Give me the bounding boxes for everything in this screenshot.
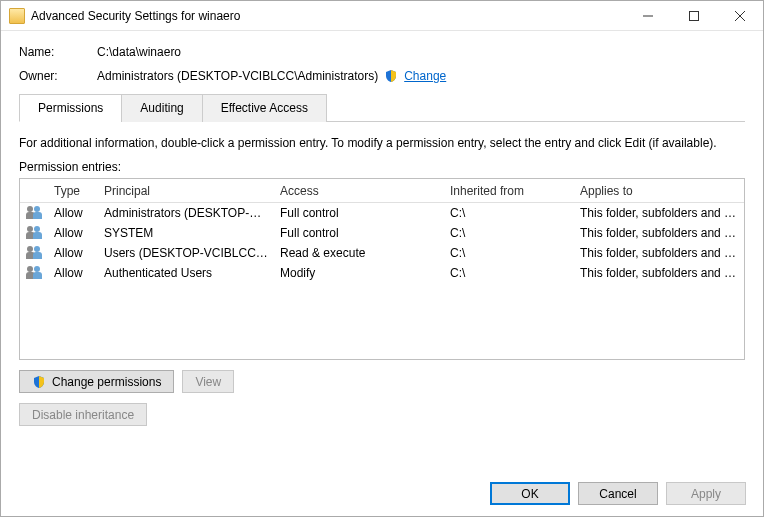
owner-label: Owner: — [19, 69, 97, 83]
table-row[interactable]: AllowAdministrators (DESKTOP-VCI...Full … — [20, 203, 744, 223]
group-icon — [26, 206, 42, 220]
cancel-button[interactable]: Cancel — [578, 482, 658, 505]
group-icon — [26, 226, 42, 240]
cell-applies: This folder, subfolders and files — [574, 206, 744, 220]
minimize-button[interactable] — [625, 1, 671, 31]
owner-row: Owner: Administrators (DESKTOP-VCIBLCC\A… — [19, 69, 745, 83]
cell-principal: Administrators (DESKTOP-VCI... — [98, 206, 274, 220]
cell-access: Read & execute — [274, 246, 444, 260]
table-row[interactable]: AllowUsers (DESKTOP-VCIBLCC\Us...Read & … — [20, 243, 744, 263]
cell-access: Full control — [274, 226, 444, 240]
change-owner-link[interactable]: Change — [404, 69, 446, 83]
col-applies[interactable]: Applies to — [574, 184, 744, 198]
change-permissions-button[interactable]: Change permissions — [19, 370, 174, 393]
name-row: Name: C:\data\winaero — [19, 45, 745, 59]
grid-header: Type Principal Access Inherited from App… — [20, 179, 744, 203]
tab-effective-access[interactable]: Effective Access — [202, 94, 327, 122]
group-icon — [26, 246, 42, 260]
cell-access: Full control — [274, 206, 444, 220]
cell-principal: Authenticated Users — [98, 266, 274, 280]
cell-applies: This folder, subfolders and files — [574, 246, 744, 260]
maximize-button[interactable] — [671, 1, 717, 31]
apply-button: Apply — [666, 482, 746, 505]
group-icon — [26, 266, 42, 280]
table-row[interactable]: AllowSYSTEMFull controlC:\This folder, s… — [20, 223, 744, 243]
cell-applies: This folder, subfolders and files — [574, 226, 744, 240]
cell-inherited: C:\ — [444, 266, 574, 280]
cell-inherited: C:\ — [444, 246, 574, 260]
name-value: C:\data\winaero — [97, 45, 181, 59]
col-inherited[interactable]: Inherited from — [444, 184, 574, 198]
cell-type: Allow — [48, 206, 98, 220]
shield-icon — [384, 69, 398, 83]
cell-type: Allow — [48, 266, 98, 280]
permissions-grid[interactable]: Type Principal Access Inherited from App… — [19, 178, 745, 360]
owner-value: Administrators (DESKTOP-VCIBLCC\Administ… — [97, 69, 378, 83]
ok-button[interactable]: OK — [490, 482, 570, 505]
folder-icon — [9, 8, 25, 24]
section-label: Permission entries: — [19, 160, 745, 174]
tabs: Permissions Auditing Effective Access — [19, 93, 745, 122]
cell-access: Modify — [274, 266, 444, 280]
svg-rect-1 — [690, 11, 699, 20]
cell-principal: Users (DESKTOP-VCIBLCC\Us... — [98, 246, 274, 260]
change-permissions-label: Change permissions — [52, 375, 161, 389]
tab-auditing[interactable]: Auditing — [121, 94, 202, 122]
cell-type: Allow — [48, 226, 98, 240]
cell-inherited: C:\ — [444, 206, 574, 220]
dialog-footer: OK Cancel Apply — [490, 482, 746, 505]
col-principal[interactable]: Principal — [98, 184, 274, 198]
name-label: Name: — [19, 45, 97, 59]
cell-type: Allow — [48, 246, 98, 260]
cell-inherited: C:\ — [444, 226, 574, 240]
cell-applies: This folder, subfolders and files — [574, 266, 744, 280]
info-text: For additional information, double-click… — [19, 136, 745, 150]
view-button: View — [182, 370, 234, 393]
disable-inheritance-button: Disable inheritance — [19, 403, 147, 426]
shield-icon — [32, 375, 46, 389]
table-row[interactable]: AllowAuthenticated UsersModifyC:\This fo… — [20, 263, 744, 283]
tab-permissions[interactable]: Permissions — [19, 94, 122, 122]
cell-principal: SYSTEM — [98, 226, 274, 240]
col-access[interactable]: Access — [274, 184, 444, 198]
col-type[interactable]: Type — [48, 184, 98, 198]
window-title: Advanced Security Settings for winaero — [31, 9, 240, 23]
titlebar: Advanced Security Settings for winaero — [1, 1, 763, 31]
close-button[interactable] — [717, 1, 763, 31]
